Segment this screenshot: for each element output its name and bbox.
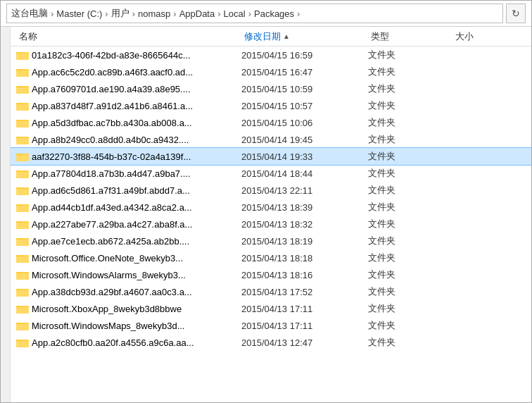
table-row[interactable]: App.ad44cb1df.a43ed.a4342.a8ca2.a... 201…: [11, 199, 531, 216]
file-type: 文件夹: [368, 133, 452, 146]
file-name-text: 01a182c3-406f-42bd-a83e-8665644c...: [32, 50, 191, 61]
file-date: 2015/04/13 18:32: [241, 219, 368, 230]
col-header-type[interactable]: 类型: [368, 27, 452, 46]
folder-icon: [16, 270, 29, 280]
folder-icon: [16, 185, 29, 195]
breadcrumb-item-0[interactable]: 这台电脑: [11, 7, 48, 20]
svg-rect-59: [16, 289, 22, 290]
svg-rect-34: [16, 189, 29, 195]
svg-rect-27: [16, 154, 22, 155]
svg-rect-63: [16, 306, 22, 307]
table-row[interactable]: aaf32270-3f88-454b-b37c-02a4a139f... 201…: [11, 148, 531, 165]
breadcrumb-item-1[interactable]: Master (C:): [56, 8, 102, 19]
file-name-cell: Microsoft.WindowsAlarms_8wekyb3...: [16, 270, 241, 280]
svg-rect-19: [16, 120, 22, 121]
file-type: 文件夹: [368, 116, 452, 129]
svg-rect-62: [16, 307, 29, 314]
file-type: 文件夹: [368, 268, 452, 281]
col-header-date[interactable]: 修改日期 ▲: [241, 27, 368, 46]
table-row[interactable]: Microsoft.XboxApp_8wekyb3d8bbwe 2015/04/…: [11, 300, 531, 317]
folder-icon: [16, 67, 29, 77]
file-type: 文件夹: [368, 66, 452, 78]
file-name-text: App.a2c80cfb0.aa20f.a4556.a9c6a.aa...: [32, 337, 194, 348]
file-type: 文件夹: [368, 302, 452, 315]
table-row[interactable]: Microsoft.WindowsMaps_8wekyb3d... 2015/0…: [11, 317, 531, 334]
table-row[interactable]: 01a182c3-406f-42bd-a83e-8665644c... 2015…: [11, 46, 531, 63]
file-name-cell: aaf32270-3f88-454b-b37c-02a4a139f...: [16, 151, 241, 162]
breadcrumb-sep-3: ›: [172, 8, 177, 19]
table-row[interactable]: App.a227abe77.a29ba.a4c27.aba8f.a... 201…: [11, 216, 531, 232]
folder-icon: [16, 84, 29, 94]
table-row[interactable]: App.a7609701d.ae190.a4a39.a8e95.... 2015…: [11, 80, 531, 97]
svg-rect-55: [16, 272, 22, 273]
col-header-name[interactable]: 名称: [16, 27, 241, 46]
folder-icon: [16, 202, 29, 212]
file-name-text: Microsoft.WindowsMaps_8wekyb3d...: [32, 321, 184, 331]
breadcrumb-item-3[interactable]: nomasp: [138, 8, 170, 19]
folder-icon: [16, 304, 29, 314]
table-row[interactable]: App.a837d48f7.a91d2.a41b6.a8461.a... 201…: [11, 97, 531, 114]
file-name-text: App.a8b249cc0.a8dd0.a4b0c.a9432....: [32, 135, 189, 145]
svg-rect-50: [16, 256, 29, 263]
file-date: 2015/04/14 18:44: [241, 168, 368, 179]
file-date: 2015/04/15 16:59: [241, 50, 368, 61]
file-type: 文件夹: [368, 319, 452, 332]
table-row[interactable]: App.ae7ce1ecb.ab672.a425a.ab2bb.... 2015…: [11, 232, 531, 249]
table-row[interactable]: Microsoft.Office.OneNote_8wekyb3... 2015…: [11, 249, 531, 266]
svg-rect-54: [16, 273, 29, 280]
breadcrumb-path[interactable]: 这台电脑 › Master (C:) › 用户 › nomasp › AppDa…: [6, 4, 503, 23]
file-date: 2015/04/14 19:33: [241, 151, 368, 162]
file-date: 2015/04/13 18:39: [241, 202, 368, 213]
file-type: 文件夹: [368, 285, 452, 298]
breadcrumb-item-6[interactable]: Packages: [254, 8, 294, 19]
file-name-text: Microsoft.XboxApp_8wekyb3d8bbwe: [32, 304, 182, 314]
file-name-text: App.a5d3dfbac.ac7bb.a430a.ab008.a...: [32, 118, 192, 128]
svg-rect-26: [16, 155, 29, 161]
file-type: 文件夹: [368, 82, 452, 95]
file-name-text: App.ae7ce1ecb.ab672.a425a.ab2bb....: [32, 236, 189, 247]
folder-icon: [16, 101, 29, 111]
content-area: 名称 修改日期 ▲ 类型 大小 01a182: [11, 27, 531, 402]
file-name-text: App.ad44cb1df.a43ed.a4342.a8ca2.a...: [32, 202, 192, 213]
svg-rect-11: [16, 86, 22, 87]
file-list[interactable]: 01a182c3-406f-42bd-a83e-8665644c... 2015…: [11, 46, 531, 402]
file-name-text: App.a837d48f7.a91d2.a41b6.a8461.a...: [32, 101, 193, 111]
file-name-cell: App.a5d3dfbac.ac7bb.a430a.ab008.a...: [16, 118, 241, 128]
file-type: 文件夹: [368, 184, 452, 197]
svg-rect-23: [16, 137, 22, 138]
file-type: 文件夹: [368, 235, 452, 247]
file-date: 2015/04/13 17:11: [241, 321, 368, 331]
svg-rect-18: [16, 121, 29, 128]
sort-arrow-icon: ▲: [283, 32, 290, 40]
breadcrumb-item-2[interactable]: 用户: [111, 7, 129, 20]
file-date: 2015/04/13 17:11: [241, 304, 368, 314]
breadcrumb-sep-6: ›: [296, 8, 301, 19]
file-name-cell: App.a837d48f7.a91d2.a41b6.a8461.a...: [16, 101, 241, 111]
file-name-cell: 01a182c3-406f-42bd-a83e-8665644c...: [16, 50, 241, 61]
breadcrumb-item-5[interactable]: Local: [224, 8, 246, 19]
table-row[interactable]: App.a77804d18.a7b3b.a4d47.a9ba7.... 2015…: [11, 165, 531, 182]
table-row[interactable]: App.a38dcb93d.a29bf.a4607.aa0c3.a... 201…: [11, 283, 531, 300]
table-row[interactable]: App.ac6c5c2d0.ac89b.a46f3.aacf0.ad... 20…: [11, 63, 531, 80]
col-header-size[interactable]: 大小: [452, 27, 509, 46]
breadcrumb-sep-4: ›: [216, 8, 222, 19]
folder-icon: [16, 287, 29, 297]
svg-rect-66: [16, 324, 29, 330]
refresh-button[interactable]: ↻: [506, 4, 526, 23]
breadcrumb-sep-0: ›: [49, 8, 55, 19]
file-name-text: App.ac6c5c2d0.ac89b.a46f3.aacf0.ad...: [32, 67, 193, 78]
table-row[interactable]: App.ad6c5d861.a7f31.a49bf.abdd7.a... 201…: [11, 182, 531, 199]
breadcrumb-item-4[interactable]: AppData: [179, 8, 215, 19]
svg-rect-38: [16, 206, 29, 212]
svg-rect-35: [16, 187, 22, 189]
file-date: 2015/04/14 19:45: [241, 135, 368, 145]
folder-icon: [16, 219, 29, 229]
left-panel: [1, 27, 11, 402]
table-row[interactable]: Microsoft.WindowsAlarms_8wekyb3... 2015/…: [11, 266, 531, 283]
file-name-cell: App.a38dcb93d.a29bf.a4607.aa0c3.a...: [16, 287, 241, 297]
table-row[interactable]: App.a5d3dfbac.ac7bb.a430a.ab008.a... 201…: [11, 114, 531, 131]
svg-rect-6: [16, 70, 29, 77]
table-row[interactable]: App.a8b249cc0.a8dd0.a4b0c.a9432.... 2015…: [11, 131, 531, 148]
table-row[interactable]: App.a2c80cfb0.aa20f.a4556.a9c6a.aa... 20…: [11, 334, 531, 351]
svg-rect-42: [16, 223, 29, 229]
